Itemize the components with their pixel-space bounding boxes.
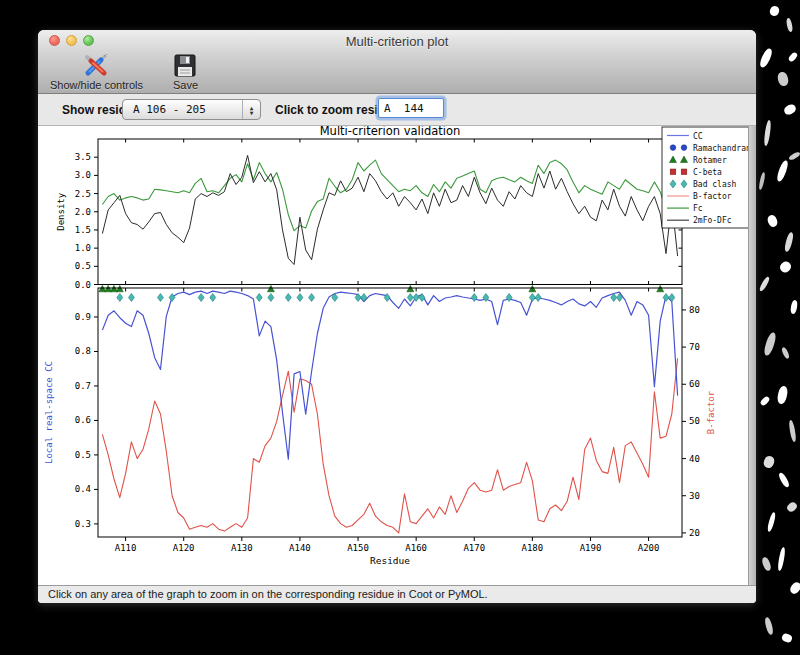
- tools-icon: [83, 53, 109, 78]
- svg-text:3.0: 3.0: [75, 170, 91, 180]
- svg-text:Density: Density: [56, 192, 66, 231]
- svg-text:Local real-space CC: Local real-space CC: [44, 361, 54, 464]
- validation-plot[interactable]: A110A120A130A140A150A160A170A180A190A200…: [38, 126, 748, 585]
- svg-text:50: 50: [689, 416, 700, 426]
- controls-row: Show residues: A 106 - 205 ▲▼ Click to z…: [38, 94, 756, 126]
- svg-text:0.5: 0.5: [75, 261, 91, 271]
- status-text: Click on any area of the graph to zoom i…: [48, 588, 488, 600]
- svg-text:3.5: 3.5: [75, 152, 91, 162]
- film-artifact: [787, 51, 798, 63]
- film-artifact: [778, 260, 793, 275]
- svg-text:20: 20: [689, 528, 700, 538]
- svg-text:1.5: 1.5: [75, 225, 91, 235]
- film-artifact: [777, 472, 790, 489]
- svg-text:A110: A110: [115, 543, 137, 553]
- toolbar: Show/hide controls Save: [38, 52, 756, 94]
- film-artifact: [786, 501, 799, 514]
- svg-text:A170: A170: [463, 543, 485, 553]
- film-artifact: [788, 581, 800, 596]
- film-artifact: [758, 172, 766, 190]
- svg-text:60: 60: [689, 379, 700, 389]
- film-artifact: [762, 455, 776, 470]
- svg-text:B-factor: B-factor: [706, 390, 716, 434]
- film-artifact: [762, 331, 777, 356]
- svg-text:A180: A180: [522, 543, 544, 553]
- save-icon: [173, 53, 197, 78]
- svg-text:0.6: 0.6: [75, 415, 91, 425]
- film-artifact: [777, 547, 786, 572]
- svg-text:C-beta: C-beta: [693, 168, 722, 177]
- svg-text:40: 40: [689, 454, 700, 464]
- desktop-background: Multi-criterion plot Show/hide controls: [0, 0, 800, 655]
- svg-text:2mFo-DFc: 2mFo-DFc: [693, 216, 732, 225]
- stepper-arrows-icon: ▲▼: [242, 100, 260, 119]
- svg-text:A190: A190: [580, 543, 602, 553]
- svg-text:Multi-criterion validation: Multi-criterion validation: [320, 126, 461, 138]
- svg-text:0.9: 0.9: [75, 312, 91, 322]
- svg-text:0.8: 0.8: [75, 346, 91, 356]
- plot-backgrounds: [98, 139, 682, 537]
- film-artifact: [758, 276, 770, 292]
- save-button[interactable]: Save: [165, 47, 206, 93]
- film-artifact: [790, 300, 798, 315]
- show-residues-value: A 106 - 205: [123, 103, 242, 116]
- status-bar: Click on any area of the graph to zoom i…: [38, 585, 756, 603]
- film-artifact: [769, 5, 781, 17]
- svg-text:Ramachandran: Ramachandran: [693, 144, 748, 153]
- svg-text:A130: A130: [231, 543, 253, 553]
- svg-text:0.7: 0.7: [75, 381, 91, 391]
- window-resize-strip[interactable]: [748, 126, 756, 585]
- svg-text:2.0: 2.0: [75, 207, 91, 217]
- film-artifact: [761, 556, 772, 572]
- svg-text:1.0: 1.0: [75, 243, 91, 253]
- film-artifact: [784, 232, 795, 253]
- svg-text:0.0: 0.0: [75, 280, 91, 290]
- zoom-residue-input[interactable]: [378, 98, 444, 118]
- legend: CCRamachandranRotamerC-betaBad clashB-fa…: [662, 127, 748, 228]
- svg-text:Fc: Fc: [693, 204, 703, 213]
- svg-text:80: 80: [689, 305, 700, 315]
- film-artifact: [766, 214, 779, 228]
- save-label: Save: [173, 79, 198, 91]
- svg-text:CC: CC: [693, 132, 703, 141]
- show-hide-controls-label: Show/hide controls: [50, 79, 143, 91]
- svg-text:Bad clash: Bad clash: [693, 180, 737, 189]
- svg-text:A120: A120: [173, 543, 195, 553]
- film-artifact: [776, 71, 789, 87]
- film-artifact: [766, 512, 776, 533]
- svg-text:A160: A160: [405, 543, 427, 553]
- film-artifact: [783, 103, 798, 117]
- film-artifact: [788, 420, 797, 443]
- app-window: Multi-criterion plot Show/hide controls: [38, 30, 756, 603]
- show-residues-select[interactable]: A 106 - 205 ▲▼: [122, 99, 261, 120]
- film-artifact: [781, 632, 793, 643]
- film-artifact: [788, 151, 800, 161]
- svg-text:0.3: 0.3: [75, 519, 91, 529]
- film-artifact: [758, 47, 774, 69]
- svg-text:30: 30: [689, 491, 700, 501]
- svg-text:2.5: 2.5: [75, 189, 91, 199]
- svg-text:0.4: 0.4: [75, 484, 91, 494]
- film-artifact: [786, 18, 794, 33]
- svg-text:A200: A200: [638, 543, 660, 553]
- film-artifact: [764, 617, 774, 636]
- svg-text:Rotamer: Rotamer: [693, 156, 727, 165]
- svg-text:Residue: Residue: [370, 555, 410, 566]
- film-artifact: [781, 347, 791, 360]
- show-hide-controls-button[interactable]: Show/hide controls: [42, 47, 151, 93]
- svg-text:A140: A140: [289, 543, 311, 553]
- svg-text:A150: A150: [347, 543, 369, 553]
- film-artifact: [775, 159, 789, 182]
- figure-area: A110A120A130A140A150A160A170A180A190A200…: [38, 126, 756, 585]
- svg-text:70: 70: [689, 342, 700, 352]
- film-artifact: [759, 395, 770, 406]
- film-artifact: [763, 120, 772, 146]
- svg-text:B-factor: B-factor: [693, 192, 732, 201]
- film-artifact: [776, 385, 789, 404]
- svg-text:0.5: 0.5: [75, 450, 91, 460]
